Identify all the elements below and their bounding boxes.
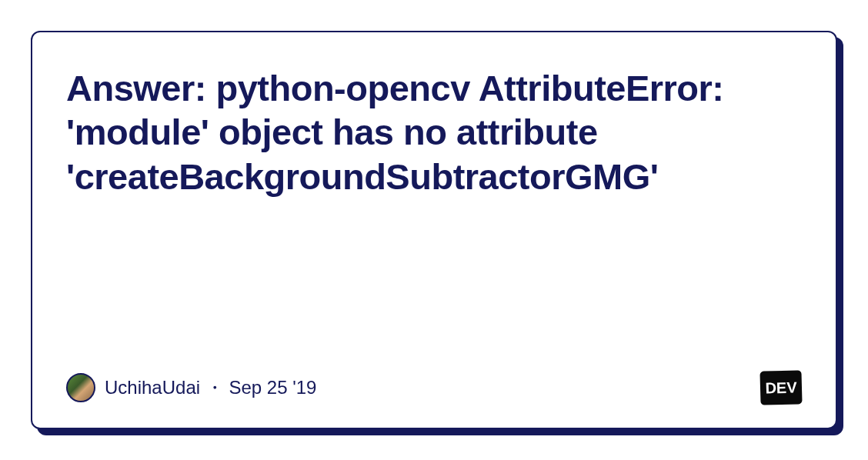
card-body: Answer: python-opencv AttributeError: 'm… xyxy=(31,31,837,429)
post-date: Sep 25 '19 xyxy=(229,377,316,398)
dev-logo-text: DEV xyxy=(765,378,797,397)
post-title: Answer: python-opencv AttributeError: 'm… xyxy=(66,66,802,198)
author-name: UchihaUdai xyxy=(105,377,200,398)
social-card: Answer: python-opencv AttributeError: 'm… xyxy=(31,31,837,429)
meta-separator: ・ xyxy=(200,377,229,398)
author-meta: UchihaUdai ・ Sep 25 '19 xyxy=(105,375,316,400)
author-row: UchihaUdai ・ Sep 25 '19 xyxy=(66,373,316,402)
card-footer: UchihaUdai ・ Sep 25 '19 DEV xyxy=(66,371,802,405)
avatar xyxy=(66,373,95,402)
dev-logo-badge: DEV xyxy=(760,370,802,405)
